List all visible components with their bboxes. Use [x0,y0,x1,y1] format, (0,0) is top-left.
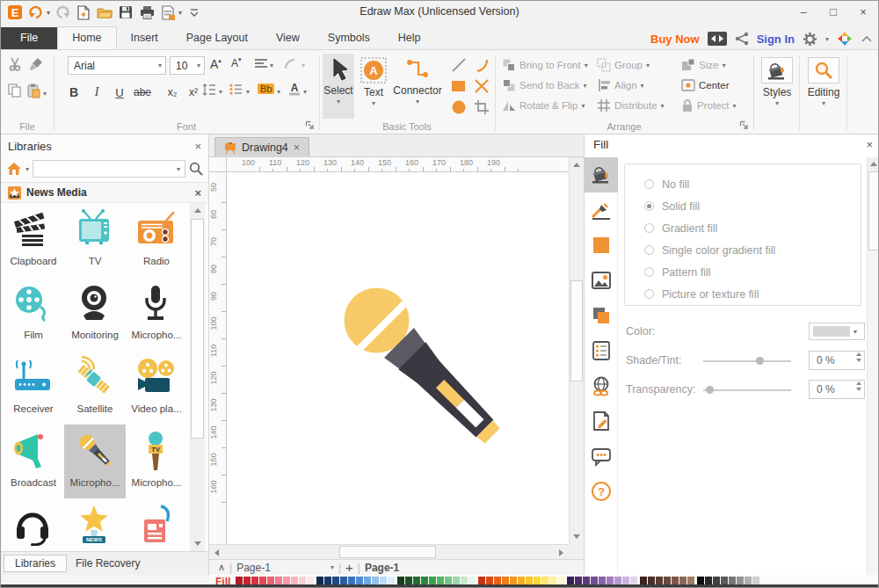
transparency-slider[interactable] [703,389,791,391]
library-scrollbar[interactable] [190,203,205,551]
fill-option-picture-or-texture-fill[interactable]: Picture or texture fill [644,283,861,305]
arrange-group[interactable]: Group▾ [597,57,650,73]
page-dropdown-arrow[interactable]: ▾ [331,563,334,571]
font-size-dropdown-arrow[interactable]: ▾ [193,62,204,69]
menu-tab-insert[interactable]: Insert [117,27,172,49]
library-close-icon[interactable]: × [194,186,201,200]
scroll-up-arrow[interactable] [570,157,584,172]
scroll-up-arrow[interactable] [190,203,205,218]
pagebar-collapse-icon[interactable]: ∧ [218,562,225,573]
attachment-icon[interactable] [585,403,618,439]
underline-button[interactable]: U [110,83,129,101]
picture-icon[interactable] [585,263,618,298]
bullets-dropdown-arrow[interactable]: ▾ [246,88,250,96]
media-switch-icon[interactable] [708,32,727,46]
buy-now-link[interactable]: Buy Now [650,33,700,46]
bold-button[interactable]: B [64,83,84,101]
scrollbar-thumb[interactable] [191,219,204,439]
select-tool-button[interactable]: Select▾ [323,54,354,119]
line-style-icon[interactable] [585,192,618,228]
cross-tool[interactable] [474,78,490,94]
page-format-icon[interactable] [585,333,618,368]
dropdown-arrow[interactable]: ▾ [583,82,586,90]
arrange-size[interactable]: Size▾ [681,57,725,73]
spin-up[interactable] [856,381,861,385]
add-page-button[interactable]: + [345,560,353,575]
scrollbar-thumb[interactable] [339,546,436,558]
library-search-input[interactable]: ▾ [33,160,185,178]
shrink-font-button[interactable]: A▾ [231,57,242,69]
arrange-bring-to-front[interactable]: Bring to Front▾ [502,57,588,73]
strikethrough-button[interactable]: abe [133,83,152,101]
crop-tool[interactable] [474,99,490,115]
fill-bucket-icon[interactable] [585,157,618,192]
search-dropdown-arrow[interactable]: ▾ [172,165,185,173]
scroll-up-arrow[interactable] [868,157,879,171]
arrange-align[interactable]: Align▾ [597,77,644,93]
comment-icon[interactable] [585,439,618,474]
quick-color-icon[interactable] [585,228,618,263]
format-painter-button[interactable] [29,57,43,71]
settings-dropdown-arrow[interactable]: ▾ [825,35,829,43]
transparency-slider-knob[interactable] [706,386,714,394]
pinwheel-icon[interactable] [837,31,853,47]
shade-spinbox[interactable]: 0 % [809,351,865,370]
line-spacing-button[interactable] [202,83,216,96]
symbol-microphone[interactable]: Micropho... [126,277,187,351]
tool-dropdown-arrow[interactable]: ▾ [416,98,419,105]
ellipse-tool[interactable] [451,99,467,115]
symbol-video-player[interactable]: Video pla... [126,351,187,425]
symbol-receiver[interactable]: Receiver [3,351,64,425]
tool-dropdown-arrow[interactable]: ▾ [372,99,375,107]
fill-option-no-fill[interactable]: No fill [644,173,861,195]
font-color-button[interactable]: A [287,82,301,96]
document-tab[interactable]: Drawing4 × [214,137,309,157]
hyperlink-icon[interactable] [585,368,618,403]
scroll-down-arrow[interactable] [190,536,205,551]
drawing-page[interactable] [227,172,569,544]
symbol-broadcast[interactable]: Broadcast [3,425,64,498]
subscript-button[interactable]: x₂ [163,83,182,101]
menu-tab-home[interactable]: Home [57,26,116,49]
align-dropdown-arrow[interactable]: ▾ [270,62,273,69]
paste-button[interactable] [27,83,40,98]
scroll-right-arrow[interactable] [554,545,569,560]
symbol-monitoring[interactable]: Monitoring [64,277,126,351]
share-icon[interactable] [735,32,749,46]
arrange-send-to-back[interactable]: Send to Back▾ [502,77,586,93]
font-size-select[interactable]: 10 ▾ [170,56,205,75]
dropdown-arrow[interactable]: ▾ [646,62,650,69]
symbol-clapboard[interactable]: Clapboard [3,203,64,277]
radio-button[interactable] [644,179,654,189]
spin-up[interactable] [856,352,861,356]
rect-tool[interactable] [451,78,467,94]
cut-button[interactable] [8,57,22,71]
shade-slider[interactable] [703,360,791,362]
arc-dropdown-arrow[interactable]: ▾ [301,62,305,69]
scroll-left-arrow[interactable] [209,545,224,560]
arrange-rotate-flip[interactable]: Rotate & Flip▾ [502,98,585,113]
arrange-distribute[interactable]: Distribute▾ [597,98,665,113]
close-button[interactable]: × [848,1,878,22]
fill-option-solid-fill[interactable]: Solid fill [644,195,861,217]
line-spacing-dropdown-arrow[interactable]: ▾ [219,88,222,96]
search-icon[interactable] [189,162,203,176]
highlight-dropdown-arrow[interactable]: ▾ [277,88,280,96]
radio-button[interactable] [644,245,654,255]
connector-tool-button[interactable]: Connector▾ [389,54,446,119]
symbol-hot-news[interactable]: NEWSHot News [64,498,126,551]
highlight-button[interactable]: Bb [258,83,274,94]
dropdown-arrow[interactable]: ▾ [661,102,665,110]
menu-tab-view[interactable]: View [262,27,314,49]
radio-button[interactable] [644,267,654,277]
microphone-shape[interactable] [310,260,530,480]
menu-tab-file[interactable]: File [1,27,57,49]
text-arc-button[interactable] [284,58,297,70]
home-icon[interactable] [6,162,22,176]
canvas-horizontal-scrollbar[interactable] [209,544,569,559]
color-dropdown[interactable]: ▾ [809,323,865,340]
paste-dropdown-arrow[interactable]: ▾ [43,90,47,98]
bullets-button[interactable] [229,83,243,95]
italic-button[interactable]: I [87,83,106,101]
font-family-select[interactable]: Arial ▾ [68,56,166,75]
